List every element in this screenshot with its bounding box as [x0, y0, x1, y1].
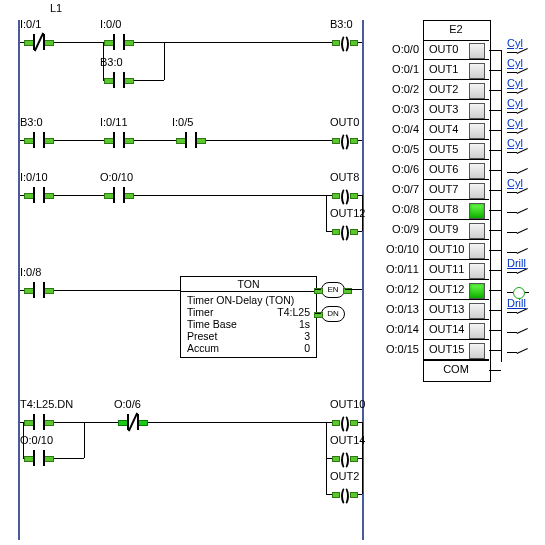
output-coil[interactable] — [332, 484, 358, 504]
nc-contact[interactable] — [24, 32, 54, 52]
wire — [489, 290, 501, 291]
wire — [54, 422, 118, 423]
output-row[interactable]: OUT5 — [423, 140, 489, 160]
no-contact[interactable] — [24, 280, 54, 300]
output-row[interactable]: OUT11 — [423, 260, 489, 280]
wire — [315, 289, 321, 290]
no-contact[interactable] — [104, 70, 134, 90]
wire — [358, 42, 362, 43]
output-row[interactable]: OUT4 — [423, 120, 489, 140]
divider — [423, 360, 489, 361]
device-symbol — [507, 146, 529, 160]
output-addr: O:0/5 — [375, 143, 419, 155]
wire — [489, 90, 501, 91]
output-row[interactable]: OUT1 — [423, 60, 489, 80]
output-coil[interactable] — [332, 130, 358, 150]
wire — [54, 458, 84, 459]
output-coil[interactable] — [332, 448, 358, 468]
output-coil[interactable] — [332, 32, 358, 52]
output-row[interactable]: OUT13 — [423, 300, 489, 320]
contact-addr: O:0/6 — [114, 398, 141, 410]
contact-addr: I:0/5 — [172, 116, 193, 128]
coil-addr: OUT0 — [330, 116, 359, 128]
nc-contact[interactable] — [118, 412, 148, 432]
wire — [489, 170, 501, 171]
output-row[interactable]: OUT3 — [423, 100, 489, 120]
wire — [501, 290, 502, 310]
wire — [501, 130, 502, 150]
wire — [54, 42, 104, 43]
wire — [489, 130, 501, 131]
output-addr: O:0/8 — [375, 203, 419, 215]
no-contact[interactable] — [24, 185, 54, 205]
output-row[interactable]: OUT15 — [423, 340, 489, 360]
wire — [358, 494, 362, 495]
output-row[interactable]: OUT8 — [423, 200, 489, 220]
coil-addr: OUT12 — [330, 207, 365, 219]
output-addr: O:0/10 — [375, 243, 419, 255]
output-row[interactable]: OUT9 — [423, 220, 489, 240]
status-lamp — [469, 323, 485, 339]
wire — [358, 231, 362, 232]
output-row[interactable]: OUT6 — [423, 160, 489, 180]
wire — [315, 313, 321, 314]
output-row[interactable]: OUT7 — [423, 180, 489, 200]
output-row[interactable]: OUT10 — [423, 240, 489, 260]
wire — [20, 290, 24, 291]
no-contact[interactable] — [104, 130, 134, 150]
no-contact[interactable] — [24, 448, 54, 468]
wire — [501, 150, 502, 170]
wire — [501, 310, 502, 330]
ton-en: EN — [321, 282, 345, 298]
wire — [501, 90, 502, 110]
wire — [501, 70, 502, 90]
wire — [501, 330, 502, 350]
output-addr: O:0/3 — [375, 103, 419, 115]
status-lamp — [469, 303, 485, 319]
no-contact[interactable] — [104, 185, 134, 205]
no-contact[interactable] — [24, 412, 54, 432]
wire — [164, 42, 165, 80]
wire — [489, 210, 501, 211]
output-row[interactable]: OUT14 — [423, 320, 489, 340]
no-contact[interactable] — [176, 130, 206, 150]
output-row[interactable]: OUT2 — [423, 80, 489, 100]
contact-addr: I:0/10 — [20, 171, 48, 183]
output-addr: O:0/2 — [375, 83, 419, 95]
status-lamp — [469, 123, 485, 139]
status-lamp — [469, 143, 485, 159]
contact-addr: I:0/8 — [20, 266, 41, 278]
wire — [501, 50, 502, 70]
rail-label: L1 — [50, 2, 62, 14]
no-contact[interactable] — [24, 130, 54, 150]
output-addr: O:0/15 — [375, 343, 419, 355]
output-row[interactable]: OUT0 — [423, 40, 489, 60]
output-coil[interactable] — [332, 412, 358, 432]
status-lamp — [469, 43, 485, 59]
output-row[interactable]: OUT12 — [423, 280, 489, 300]
contact-addr: I:0/1 — [20, 18, 41, 30]
device-symbol — [507, 226, 529, 240]
device-symbol — [507, 186, 529, 200]
status-lamp — [469, 283, 485, 299]
ton-instruction[interactable]: TONTimer ON-Delay (TON)TimerT4:L25Time B… — [180, 276, 317, 358]
wire — [489, 350, 501, 351]
device-symbol — [507, 306, 529, 320]
output-coil[interactable] — [332, 185, 358, 205]
wire — [103, 80, 104, 81]
wire — [489, 330, 501, 331]
output-addr: O:0/1 — [375, 63, 419, 75]
status-lamp — [469, 263, 485, 279]
wire — [489, 150, 501, 151]
com-label: COM — [423, 363, 489, 375]
wire — [54, 195, 104, 196]
wire — [134, 140, 176, 141]
wire — [134, 195, 332, 196]
coil-addr: OUT10 — [330, 398, 365, 410]
contact-addr: T4:L25.DN — [20, 398, 73, 410]
no-contact[interactable] — [104, 32, 134, 52]
output-addr: O:0/14 — [375, 323, 419, 335]
left-power-rail — [18, 20, 20, 540]
wire — [501, 210, 502, 230]
output-coil[interactable] — [332, 221, 358, 241]
